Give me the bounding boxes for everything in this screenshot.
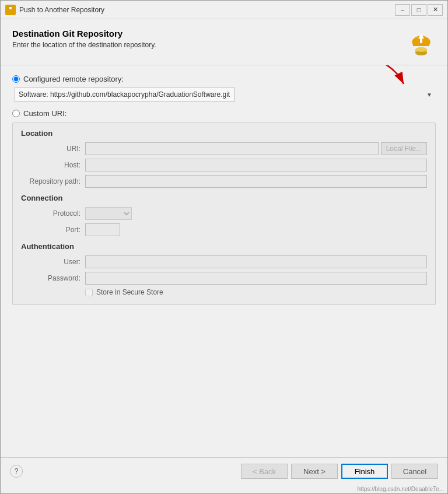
- store-secure-label: Store in Secure Store: [96, 288, 163, 296]
- store-secure-checkbox[interactable]: [85, 289, 93, 296]
- main-window: Push to Another Repository – □ ✕ Destina…: [0, 0, 448, 494]
- connection-section: Connection Protocol: Port:: [21, 194, 427, 236]
- user-label: User:: [21, 258, 85, 266]
- uri-row: URI: Local File...: [21, 142, 427, 155]
- cancel-button[interactable]: Cancel: [391, 464, 438, 479]
- dropdown-container: Software: https://github.com/blackapocry…: [12, 87, 436, 102]
- custom-uri-label[interactable]: Custom URI:: [23, 109, 66, 118]
- host-row: Host:: [21, 159, 427, 171]
- port-input[interactable]: [85, 223, 120, 236]
- window-title: Push to Another Repository: [19, 6, 395, 14]
- help-button[interactable]: ?: [10, 465, 23, 478]
- location-section-label: Location: [21, 129, 427, 138]
- configured-remote-radio[interactable]: [12, 75, 20, 83]
- back-button[interactable]: < Back: [241, 464, 288, 479]
- svg-point-11: [415, 47, 427, 52]
- next-button[interactable]: Next >: [291, 464, 338, 479]
- port-label: Port:: [21, 226, 85, 234]
- svg-rect-1: [9, 10, 12, 13]
- close-button[interactable]: ✕: [428, 4, 443, 16]
- configured-remote-label[interactable]: Configured remote repository:: [23, 75, 124, 83]
- minimize-button[interactable]: –: [395, 4, 410, 16]
- repo-path-label: Repository path:: [21, 177, 85, 185]
- title-bar: Push to Another Repository – □ ✕: [1, 1, 447, 19]
- dropdown-arrow-icon: ▼: [426, 92, 432, 98]
- host-label: Host:: [21, 161, 85, 169]
- custom-uri-radio[interactable]: [12, 110, 20, 117]
- local-file-button[interactable]: Local File...: [381, 142, 427, 155]
- svg-rect-7: [420, 38, 422, 43]
- uri-input[interactable]: [85, 142, 379, 155]
- header-icon: [407, 29, 436, 58]
- window-controls: – □ ✕: [395, 4, 443, 16]
- auth-section-label: Authentication: [21, 242, 427, 251]
- repo-path-row: Repository path:: [21, 175, 427, 188]
- watermark: https://blog.csdn.net/DeaableTe...: [1, 485, 447, 493]
- host-input[interactable]: [85, 159, 427, 171]
- finish-button[interactable]: Finish: [341, 464, 388, 479]
- connection-section-label: Connection: [21, 194, 427, 202]
- custom-uri-radio-row[interactable]: Custom URI:: [12, 109, 436, 118]
- custom-uri-section: Location URI: Local File... Host: Reposi…: [12, 122, 436, 305]
- configured-repo-select[interactable]: Software: https://github.com/blackapocry…: [15, 87, 235, 102]
- header-title: Destination Git Repository: [12, 29, 407, 38]
- header-section: Destination Git Repository Enter the loc…: [1, 19, 447, 65]
- password-input[interactable]: [85, 272, 427, 285]
- configured-remote-radio-row[interactable]: Configured remote repository:: [12, 75, 436, 83]
- protocol-select[interactable]: [85, 207, 132, 220]
- store-secure-row[interactable]: Store in Secure Store: [85, 288, 427, 296]
- user-input[interactable]: [85, 255, 427, 268]
- port-row: Port:: [21, 223, 427, 236]
- main-section: Configured remote repository: Software: …: [1, 65, 447, 457]
- repo-dropdown-wrapper[interactable]: Software: https://github.com/blackapocry…: [15, 87, 436, 102]
- uri-label: URI:: [21, 145, 85, 153]
- authentication-section: Authentication User: Password: Store in …: [21, 242, 427, 296]
- maximize-button[interactable]: □: [411, 4, 426, 16]
- password-row: Password:: [21, 272, 427, 285]
- user-row: User:: [21, 255, 427, 268]
- protocol-row: Protocol:: [21, 207, 427, 220]
- window-icon: [5, 5, 16, 15]
- repo-path-input[interactable]: [85, 175, 427, 188]
- protocol-label: Protocol:: [21, 209, 85, 218]
- repo-dropdown-row[interactable]: Software: https://github.com/blackapocry…: [15, 87, 436, 102]
- header-subtitle: Enter the location of the destination re…: [12, 41, 407, 49]
- header-text: Destination Git Repository Enter the loc…: [12, 29, 407, 49]
- password-label: Password:: [21, 274, 85, 282]
- footer: ? < Back Next > Finish Cancel: [1, 457, 447, 485]
